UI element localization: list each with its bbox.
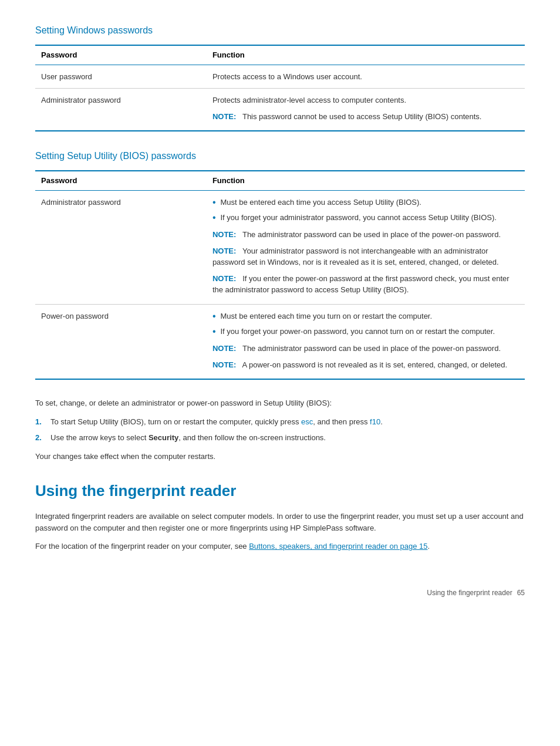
windows-passwords-heading: Setting Windows passwords [35, 23, 525, 38]
bios-row1-function: • Must be entered each time you access S… [207, 190, 525, 304]
fingerprint-para2-after: . [427, 542, 430, 551]
step2-text: Use the arrow keys to select Security, a… [50, 432, 326, 444]
windows-passwords-section: Setting Windows passwords Password Funct… [35, 23, 525, 131]
fingerprint-section: Using the fingerprint reader Integrated … [35, 480, 525, 552]
list-item: • Must be entered each time you access S… [212, 197, 519, 209]
bios-row1-password: Administrator password [35, 190, 207, 304]
windows-row2-note: NOTE: This password cannot be used to ac… [212, 111, 519, 123]
note-label: NOTE: [212, 247, 236, 255]
note-label: NOTE: [212, 360, 236, 369]
bios-passwords-table: Password Function Administrator password… [35, 170, 525, 380]
bios-table-col2-header: Function [207, 171, 525, 190]
fingerprint-para1: Integrated fingerprint readers are avail… [35, 511, 525, 534]
bios-row2-bullets: • Must be entered each time you turn on … [212, 310, 519, 339]
security-bold: Security [149, 433, 178, 442]
note-label: NOTE: [212, 344, 236, 353]
page-number: 65 [517, 588, 525, 598]
table-row: User password Protects access to a Windo… [35, 65, 525, 89]
fingerprint-para2-before: For the location of the fingerprint read… [35, 542, 249, 551]
bios-table-col1-header: Password [35, 171, 207, 190]
note-label: NOTE: [212, 230, 236, 239]
fingerprint-para2: For the location of the fingerprint read… [35, 541, 525, 552]
windows-row2-password: Administrator password [35, 89, 207, 131]
bullet-text: Must be entered each time you turn on or… [221, 310, 433, 322]
footer-label: Using the fingerprint reader [427, 588, 512, 598]
list-item: • If you forget your power-on password, … [212, 326, 519, 338]
bios-row1-note3: NOTE: If you enter the power-on password… [212, 273, 519, 296]
windows-row2-function: Protects administrator-level access to c… [207, 89, 525, 131]
bullet-icon: • [212, 310, 216, 323]
bios-passwords-heading: Setting Setup Utility (BIOS) passwords [35, 149, 525, 163]
windows-row1-function: Protects access to a Windows user accoun… [207, 65, 525, 89]
note-label: NOTE: [212, 274, 236, 283]
page-footer: Using the fingerprint reader 65 [35, 588, 525, 598]
list-item: • If you forget your administrator passw… [212, 212, 519, 224]
instructions-intro: To set, change, or delete an administrat… [35, 397, 525, 409]
fingerprint-heading: Using the fingerprint reader [35, 480, 525, 502]
bios-passwords-section: Setting Setup Utility (BIOS) passwords P… [35, 149, 525, 380]
bios-row2-note2: NOTE: A power-on password is not reveale… [212, 359, 519, 371]
instructions-section: To set, change, or delete an administrat… [35, 397, 525, 462]
windows-passwords-table: Password Function User password Protects… [35, 45, 525, 131]
bullet-text: Must be entered each time you access Set… [221, 197, 421, 208]
list-item: • Must be entered each time you turn on … [212, 310, 519, 323]
table-row: Administrator password Protects administ… [35, 89, 525, 131]
step-number: 2. [35, 432, 46, 444]
list-item: 1. To start Setup Utility (BIOS), turn o… [35, 416, 525, 428]
step-number: 1. [35, 416, 46, 428]
windows-table-col2-header: Function [207, 45, 525, 65]
table-row: Administrator password • Must be entered… [35, 190, 525, 304]
bullet-icon: • [212, 212, 216, 224]
step1-text: To start Setup Utility (BIOS), turn on o… [50, 416, 383, 428]
f10-key: f10 [370, 417, 380, 426]
bullet-text: If you forget your administrator passwor… [221, 212, 497, 224]
bios-row1-note1: NOTE: The administrator password can be … [212, 229, 519, 241]
bios-row1-bullets: • Must be entered each time you access S… [212, 197, 519, 225]
note-label: NOTE: [212, 112, 236, 121]
bullet-icon: • [212, 197, 216, 209]
bios-row1-note2: NOTE: Your administrator password is not… [212, 245, 519, 268]
esc-key: esc [301, 417, 313, 426]
restart-text: Your changes take effect when the comput… [35, 451, 525, 463]
windows-table-col1-header: Password [35, 45, 207, 65]
bios-row2-password: Power-on password [35, 304, 207, 379]
bullet-icon: • [212, 326, 216, 338]
table-row: Power-on password • Must be entered each… [35, 304, 525, 379]
bullet-text: If you forget your power-on password, yo… [221, 326, 495, 337]
list-item: 2. Use the arrow keys to select Security… [35, 432, 525, 444]
steps-list: 1. To start Setup Utility (BIOS), turn o… [35, 416, 525, 444]
fingerprint-link[interactable]: Buttons, speakers, and fingerprint reade… [249, 542, 427, 551]
bios-row2-note1: NOTE: The administrator password can be … [212, 343, 519, 355]
bios-row2-function: • Must be entered each time you turn on … [207, 304, 525, 379]
windows-row1-password: User password [35, 65, 207, 89]
